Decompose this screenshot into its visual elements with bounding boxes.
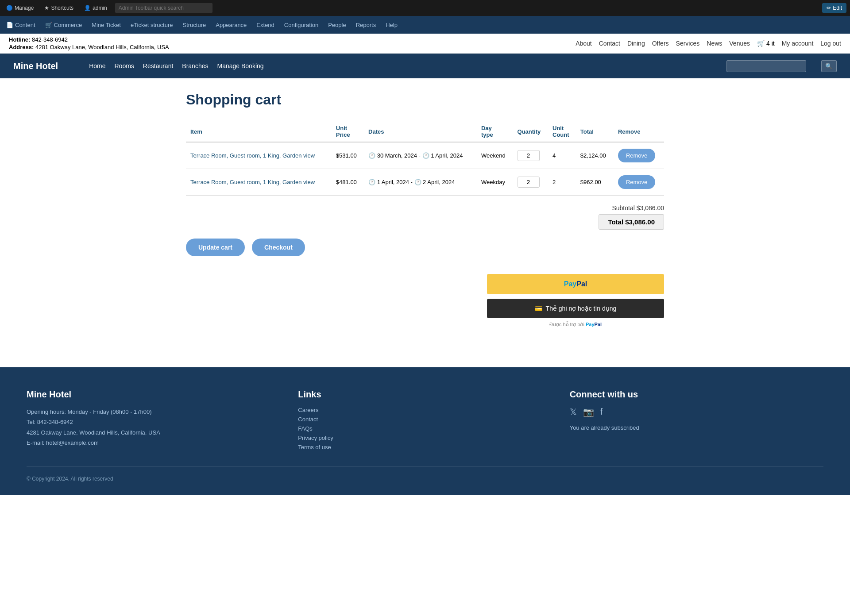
quantity-cell-1 [513,169,548,196]
footer-col-connect: Connect with us 𝕏 📷 f You are already su… [570,389,823,453]
footer-address: 4281 Oakway Lane, Woodland Hills, Califo… [27,427,280,438]
dates-0: 🕐 30 March, 2024 - 🕐 1 April, 2024 [364,142,477,169]
edit-button[interactable]: ✏ Edit [822,3,846,13]
remove-button-0[interactable]: Remove [618,149,655,162]
content-label: Content [15,22,35,28]
admin-search-input[interactable] [115,3,212,13]
footer-hours: Opening hours: Monday - Friday (08h00 - … [27,407,280,417]
remove-cell-0: Remove [614,142,664,169]
footer-link[interactable]: FAQs [298,425,552,432]
content-icon: 📄 [6,22,13,28]
remove-button-1[interactable]: Remove [618,175,655,189]
site-nav: Home Rooms Restaurant Branches Manage Bo… [89,62,263,69]
update-cart-button[interactable]: Update cart [186,239,245,256]
quantity-input-0[interactable] [518,150,540,161]
nav-restaurant[interactable]: Restaurant [143,62,173,69]
address-label: Address: [9,44,34,50]
quantity-input-1[interactable] [518,177,540,188]
pencil-icon: ✏ [827,5,831,11]
clock-icon: 🕐 [422,152,429,159]
cart-table: Item UnitPrice Dates Daytype Quantity Un… [186,121,664,196]
admin-toolbar-right: ✏ Edit [822,3,846,13]
item-link-0[interactable]: Terrace Room, Guest room, 1 King, Garden… [190,152,315,159]
nav-logout[interactable]: Log out [820,40,841,47]
nav-item-mine-ticket[interactable]: Mine Ticket [87,16,125,34]
total-1: $962.00 [576,169,614,196]
clock-icon: 🕐 [414,179,421,185]
user-menu[interactable]: 👤 admin [81,0,110,16]
help-label: Help [386,22,398,28]
debit-card-button[interactable]: 💳 Thẻ ghi nợ hoặc tín dụng [487,299,664,318]
nav-item-commerce[interactable]: 🛒 Commerce [41,16,87,34]
nav-item-help[interactable]: Help [381,16,402,34]
appearance-label: Appearance [216,22,247,28]
cart-icon: 🛒 [757,40,765,47]
nav-services[interactable]: Services [676,40,700,47]
nav-item-appearance[interactable]: Appearance [211,16,251,34]
unit-price-1: $481.00 [332,169,364,196]
user-icon: 👤 [84,5,91,11]
reports-label: Reports [356,22,376,28]
col-unit-count: UnitCount [548,121,576,142]
payment-section: PayPal 💳 Thẻ ghi nợ hoặc tín dụng Được h… [487,274,664,327]
footer-links-title: Links [298,389,552,400]
cart-icon-wrap[interactable]: 🛒 4 it [757,40,775,47]
debit-label: Thẻ ghi nợ hoặc tín dụng [546,305,617,312]
site-search-button[interactable]: 🔍 [821,60,837,72]
footer-link[interactable]: Careers [298,407,552,413]
nav-item-configuration[interactable]: Configuration [280,16,323,34]
subtotal-label: Subtotal [612,204,634,212]
nav-home[interactable]: Home [89,62,105,69]
facebook-icon[interactable]: f [600,407,603,417]
drupal-nav: 📄 Content 🛒 Commerce Mine Ticket eTicket… [0,16,850,34]
nav-item-people[interactable]: People [324,16,350,34]
nav-news[interactable]: News [707,40,722,47]
nav-item-eticket[interactable]: eTicket structure [126,16,178,34]
footer-link[interactable]: Contact [298,416,552,423]
unit-price-0: $531.00 [332,142,364,169]
manage-menu[interactable]: 🔵 Manage [4,0,36,16]
quantity-cell-0 [513,142,548,169]
site-search-input[interactable] [726,60,806,72]
footer-link[interactable]: Terms of use [298,444,552,450]
nav-contact[interactable]: Contact [599,40,620,47]
nav-rooms[interactable]: Rooms [114,62,134,69]
contact-info: Hotline: 842-348-6942 Address: 4281 Oakw… [9,36,169,50]
powered-brand: PayPal [586,322,602,327]
site-logo[interactable]: Mine Hotel [13,61,58,71]
shortcuts-menu[interactable]: ★ Shortcuts [42,0,76,16]
nav-offers[interactable]: Offers [652,40,669,47]
footer-col-hotel: Mine Hotel Opening hours: Monday - Frida… [27,389,280,453]
item-link-1[interactable]: Terrace Room, Guest room, 1 King, Garden… [190,179,315,185]
col-quantity: Quantity [513,121,548,142]
nav-item-content[interactable]: 📄 Content [2,16,40,34]
col-dates: Dates [364,121,477,142]
checkout-button[interactable]: Checkout [252,239,305,256]
user-label: admin [93,5,107,11]
footer-link[interactable]: Privacy policy [298,435,552,441]
footer-col-links: Links CareersContactFAQsPrivacy policyTe… [298,389,552,453]
site-header: Mine Hotel Home Rooms Restaurant Branche… [0,54,850,78]
nav-my-account[interactable]: My account [782,40,814,47]
nav-item-reports[interactable]: Reports [352,16,381,34]
paypal-button[interactable]: PayPal [487,274,664,294]
unit-count-1: 2 [548,169,576,196]
twitter-icon[interactable]: 𝕏 [570,407,577,417]
nav-item-structure[interactable]: Structure [178,16,210,34]
remove-cell-1: Remove [614,169,664,196]
total-box: Total $3,086.00 [599,214,664,230]
nav-dining[interactable]: Dining [627,40,645,47]
footer-connect-title: Connect with us [570,389,823,400]
nav-item-extend[interactable]: Extend [252,16,278,34]
subtotal-row: Subtotal $3,086.00 [186,204,664,212]
extend-label: Extend [256,22,274,28]
cart-count: 4 it [766,40,775,47]
card-icon: 💳 [535,305,542,312]
instagram-icon[interactable]: 📷 [583,407,594,417]
nav-about[interactable]: About [576,40,592,47]
top-nav-links: About Contact Dining Offers Services New… [576,40,841,47]
nav-manage-booking[interactable]: Manage Booking [217,62,263,69]
nav-venues[interactable]: Venues [729,40,750,47]
nav-branches[interactable]: Branches [182,62,208,69]
footer-grid: Mine Hotel Opening hours: Monday - Frida… [27,389,823,453]
